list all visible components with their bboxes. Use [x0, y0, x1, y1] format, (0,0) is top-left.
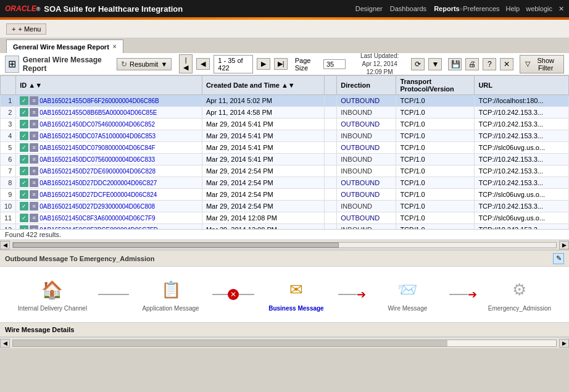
row-num: 11	[1, 212, 16, 224]
table-row[interactable]: 6 ✓ ≡ 0AB165021450DC07560000004D06C833 M…	[1, 154, 569, 165]
row-status-icon: ✓	[20, 167, 28, 175]
row-doc-icon: ≡	[30, 202, 38, 211]
table-row[interactable]: 11 ✓ ≡ 0AB165021450C8F3A60000004D06C7F9 …	[1, 212, 569, 224]
internal-delivery-label: Internal Delivery Channel	[18, 305, 87, 312]
row-flag	[325, 130, 337, 142]
wire-message-node[interactable]: 📨 Wire Message	[376, 278, 438, 312]
row-id: ✓ ≡ 0AB165021450D27D293000004D06C808	[16, 201, 202, 212]
row-transport: TCP/1.0	[396, 154, 475, 165]
row-id-text: 0AB165021450D27DE69000004D06C828	[39, 168, 156, 175]
scroll-right-arrow[interactable]: ▶	[559, 241, 569, 249]
table-row[interactable]: 9 ✓ ≡ 0AB165021450D27DCFE000004D06C824 M…	[1, 189, 569, 201]
table-row[interactable]: 10 ✓ ≡ 0AB165021450D27D293000004D06C808 …	[1, 201, 569, 212]
print-button[interactable]: 🖨	[465, 58, 479, 70]
page-info: 1 - 35 of 422	[214, 55, 252, 73]
row-status-icon: ✓	[20, 108, 28, 117]
prev-page-button[interactable]: ◀	[196, 58, 210, 70]
refresh-dropdown-button[interactable]: ▼	[428, 58, 442, 70]
tab-bar: General Wire Message Report ×	[0, 38, 569, 53]
row-id-text: 0AB165021450DC07560000004D06C833	[39, 156, 155, 163]
table-row[interactable]: 12 ✓ ≡ 0AB165021450C8F3BCE000004D06C7FD …	[1, 224, 569, 230]
table-row[interactable]: 3 ✓ ≡ 0AB165021450DC07546000004D06C852 M…	[1, 119, 569, 130]
table-row[interactable]: 8 ✓ ≡ 0AB165021450D27DDC2000004D06C827 M…	[1, 177, 569, 189]
row-doc-icon: ≡	[30, 167, 38, 175]
row-id: ✓ ≡ 0AB165021450D27DDC2000004D06C827	[16, 177, 202, 189]
menu-button[interactable]: + + Menu	[6, 23, 46, 35]
table-row[interactable]: 1 ✓ ≡ 0AB165021455O8F6F260000004D06C86B …	[1, 95, 569, 107]
save-button[interactable]: 💾	[448, 58, 462, 70]
scroll-thumb[interactable]	[13, 243, 339, 248]
page-size-input[interactable]	[323, 59, 346, 69]
row-transport: TCP/1.0	[396, 95, 475, 107]
col-id[interactable]: ID ▲▼	[16, 76, 202, 95]
row-doc-icon: ≡	[30, 225, 38, 230]
edit-flow-button[interactable]: ✎	[553, 253, 564, 264]
row-status-icon: ✓	[20, 178, 28, 187]
show-filter-button[interactable]: ▽ Show Filter	[520, 55, 564, 73]
row-id-text: 0AB165021450D27DDC2000004D06C827	[39, 180, 157, 186]
menu-label: + Menu	[18, 25, 41, 33]
row-num: 6	[1, 154, 16, 165]
bottom-scroll-left[interactable]: ◀	[0, 339, 10, 348]
refresh-button[interactable]: ⟳	[411, 58, 425, 70]
row-id: ✓ ≡ 0AB165021450C8F3A60000004D06C7F9	[16, 212, 202, 224]
row-transport: TCP/1.0	[396, 224, 475, 230]
user-link[interactable]: weblogic	[526, 5, 552, 12]
col-transport[interactable]: TransportProtocol/Version	[396, 76, 475, 95]
flow-connector-3: ➔	[338, 289, 366, 300]
report-icon: ⊞	[5, 56, 19, 73]
row-url: TCP://10.242.153.3...	[475, 130, 569, 142]
col-direction[interactable]: Direction	[337, 76, 396, 95]
row-status-icon: ✓	[20, 214, 28, 222]
row-direction: OUTBOUND	[337, 212, 396, 224]
report-tab[interactable]: General Wire Message Report ×	[6, 40, 123, 53]
close-toolbar-button[interactable]: ✕	[500, 58, 513, 70]
horizontal-scrollbar[interactable]: ◀ ▶	[0, 240, 569, 250]
row-url: TCP://slc06uvg.us.o...	[475, 212, 569, 224]
row-direction: OUTBOUND	[337, 142, 396, 154]
bottom-scroll-thumb[interactable]	[13, 340, 447, 346]
next-page-button[interactable]: ▶	[257, 58, 270, 70]
table-row[interactable]: 2 ✓ ≡ 0AB165021455O8B6B5A000004D06C85E A…	[1, 107, 569, 119]
row-id-text: 0AB165021450DC07908000004D06C84F	[39, 144, 155, 151]
col-sort	[325, 76, 337, 95]
row-direction: OUTBOUND	[337, 95, 396, 107]
row-date: Mar 29, 2014 12:08 PM	[202, 224, 324, 230]
bottom-scroll-track[interactable]	[12, 340, 557, 347]
row-date: Mar 29, 2014 2:54 PM	[202, 189, 324, 201]
resubmit-button[interactable]: ↻ Resubmit ▼	[117, 58, 172, 70]
reports-link[interactable]: Reports	[434, 5, 460, 12]
close-app-icon[interactable]: ✕	[559, 5, 564, 13]
row-transport: TCP/1.0	[396, 201, 475, 212]
col-url[interactable]: URL	[475, 76, 569, 95]
oracle-logo: ORACLE®	[5, 4, 40, 13]
wire-details-title: Wire Message Details	[5, 326, 74, 333]
row-num: 3	[1, 119, 16, 130]
help-toolbar-button[interactable]: ?	[483, 58, 496, 70]
table-row[interactable]: 5 ✓ ≡ 0AB165021450DC07908000004D06C84F M…	[1, 142, 569, 154]
col-date[interactable]: Created Date and Time ▲▼	[202, 76, 324, 95]
row-direction: INBOUND	[337, 201, 396, 212]
dashboards-link[interactable]: Dashboards	[390, 5, 426, 12]
row-transport: TCP/1.0	[396, 142, 475, 154]
last-page-button[interactable]: ▶|	[274, 58, 288, 70]
row-transport: TCP/1.0	[396, 119, 475, 130]
first-page-button[interactable]: |◀	[179, 54, 193, 73]
flow-header-title: Outbound Message To Emergency_Admission	[5, 255, 154, 262]
bottom-scrollbar[interactable]: ◀ ▶	[0, 337, 569, 348]
row-date: Mar 29, 2014 5:41 PM	[202, 142, 324, 154]
row-id-text: 0AB165021455O8B6B5A000004D06C85E	[39, 109, 157, 116]
designer-link[interactable]: Designer	[355, 5, 383, 12]
preferences-link[interactable]: Preferences	[463, 5, 499, 12]
bottom-scroll-right[interactable]: ▶	[559, 339, 569, 348]
scroll-track[interactable]	[12, 242, 557, 248]
row-id: ✓ ≡ 0AB165021450DC07560000004D06C833	[16, 154, 202, 165]
filter-icon: ▽	[525, 60, 530, 68]
help-link[interactable]: Help	[506, 5, 520, 12]
application-message-icon: 📋	[159, 278, 183, 302]
table-row[interactable]: 7 ✓ ≡ 0AB165021450D27DE69000004D06C828 M…	[1, 165, 569, 177]
table-row[interactable]: 4 ✓ ≡ 0AB165021450DC07A51000004D06C853 M…	[1, 130, 569, 142]
scroll-left-arrow[interactable]: ◀	[0, 241, 10, 249]
tab-close-button[interactable]: ×	[113, 43, 117, 50]
business-message-node[interactable]: ✉ Business Message	[265, 278, 327, 312]
